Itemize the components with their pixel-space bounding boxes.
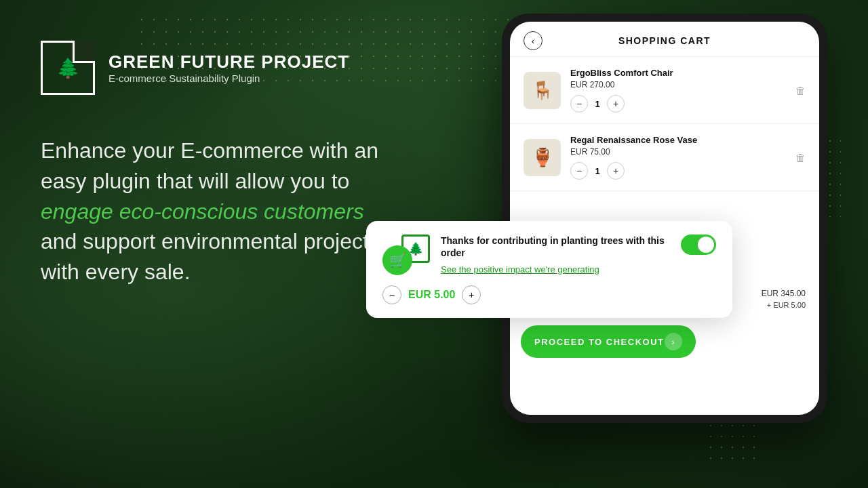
qty-increase-vase[interactable]: + bbox=[607, 162, 625, 180]
item-name-chair: ErgoBliss Comfort Chair bbox=[570, 68, 786, 78]
phone-mockup: ‹ SHOPPING CART 🪑 ErgoBliss Comfort Chai… bbox=[502, 14, 827, 423]
logo-area: 🌲 GREEN FUTURE PROJECT E-commerce Sustai… bbox=[41, 41, 502, 95]
cart-title: SHOPPING CART bbox=[618, 35, 711, 46]
checkout-button[interactable]: PROCEED TO CHECKOUT › bbox=[521, 325, 696, 358]
cart-item: 🪑 ErgoBliss Comfort Chair EUR 270.00 − 1… bbox=[510, 57, 819, 124]
logo-box: 🌲 bbox=[41, 41, 95, 95]
checkout-chevron-icon: › bbox=[665, 333, 682, 350]
eco-content: Thanks for contributing in planting tree… bbox=[441, 235, 670, 276]
eco-cart-icon: 🛒 bbox=[382, 245, 412, 275]
total-items-value: EUR 345.00 bbox=[762, 289, 806, 298]
eco-impact-link[interactable]: See the positive impact we're generating bbox=[441, 264, 599, 274]
item-image-chair: 🪑 bbox=[524, 72, 561, 109]
item-controls-vase: − 1 + bbox=[570, 162, 786, 180]
eco-price-decrease[interactable]: − bbox=[382, 285, 401, 304]
minus-icon: − bbox=[576, 98, 582, 109]
qty-value-chair: 1 bbox=[588, 99, 607, 109]
eco-price-increase[interactable]: + bbox=[462, 285, 481, 304]
tree-logo-icon: 🌲 bbox=[56, 57, 80, 79]
tagline-part2: and support environmental projects with … bbox=[41, 229, 380, 284]
eco-price-row: − EUR 5.00 + bbox=[382, 285, 716, 304]
tagline: Enhance your E-commerce with an easy plu… bbox=[41, 136, 393, 287]
eco-message: Thanks for contributing in planting tree… bbox=[441, 235, 670, 259]
logo-text: GREEN FUTURE PROJECT E-commerce Sustaina… bbox=[108, 52, 349, 84]
item-price-vase: EUR 75.00 bbox=[570, 147, 786, 157]
sustainable-value: + EUR 5.00 bbox=[767, 301, 806, 309]
back-icon: ‹ bbox=[532, 36, 534, 46]
item-image-vase: 🏺 bbox=[524, 139, 561, 176]
brand-name: GREEN FUTURE PROJECT bbox=[108, 52, 349, 73]
tagline-highlight: engage eco-conscious customers bbox=[41, 199, 364, 224]
cart-item: 🏺 Regal Renaissance Rose Vase EUR 75.00 … bbox=[510, 124, 819, 191]
item-details-chair: ErgoBliss Comfort Chair EUR 270.00 − 1 + bbox=[570, 68, 786, 113]
right-panel: ‹ SHOPPING CART 🪑 ErgoBliss Comfort Chai… bbox=[502, 14, 827, 423]
qty-increase-chair[interactable]: + bbox=[607, 95, 625, 113]
qty-decrease-vase[interactable]: − bbox=[570, 162, 588, 180]
cart-header: ‹ SHOPPING CART bbox=[510, 22, 819, 57]
qty-value-vase: 1 bbox=[588, 166, 607, 176]
delete-vase-button[interactable]: 🗑 bbox=[795, 152, 806, 163]
plus-icon: + bbox=[613, 98, 618, 109]
back-button[interactable]: ‹ bbox=[524, 31, 542, 50]
eco-widget: 🌲 🛒 Thanks for contributing in planting … bbox=[366, 221, 732, 318]
checkout-button-label: PROCEED TO CHECKOUT bbox=[534, 337, 665, 347]
delete-chair-button[interactable]: 🗑 bbox=[795, 85, 806, 96]
item-details-vase: Regal Renaissance Rose Vase EUR 75.00 − … bbox=[570, 135, 786, 180]
item-controls-chair: − 1 + bbox=[570, 95, 786, 113]
eco-price-value: EUR 5.00 bbox=[408, 289, 455, 301]
eco-icon-area: 🌲 🛒 bbox=[382, 235, 430, 275]
minus-icon-2: − bbox=[576, 165, 582, 176]
item-name-vase: Regal Renaissance Rose Vase bbox=[570, 135, 786, 145]
item-price-chair: EUR 270.00 bbox=[570, 80, 786, 89]
qty-decrease-chair[interactable]: − bbox=[570, 95, 588, 113]
eco-widget-inner: 🌲 🛒 Thanks for contributing in planting … bbox=[382, 235, 716, 276]
plus-icon-2: + bbox=[613, 165, 618, 176]
tagline-part1: Enhance your E-commerce with an easy plu… bbox=[41, 138, 378, 193]
eco-toggle[interactable] bbox=[681, 235, 716, 255]
phone-screen: ‹ SHOPPING CART 🪑 ErgoBliss Comfort Chai… bbox=[510, 22, 819, 415]
brand-subtitle: E-commerce Sustainability Plugin bbox=[108, 73, 349, 84]
